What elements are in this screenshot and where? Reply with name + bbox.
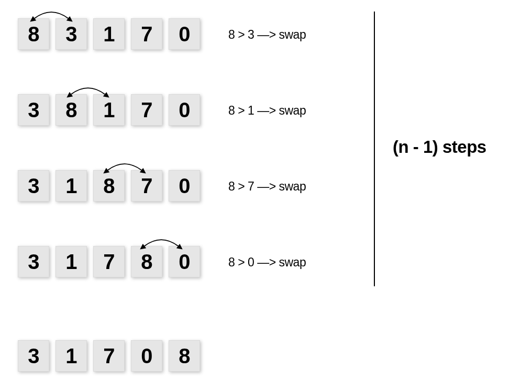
array-cell: 3 [18,340,49,372]
swap-arrow-icon [33,8,70,20]
array-cell: 8 [18,18,49,50]
array-cell: 1 [93,94,125,126]
array-cell: 8 [56,94,87,126]
array-cell: 7 [131,94,162,126]
swap-arrow-icon [143,236,180,248]
array-cell: 1 [56,340,87,372]
array-cell: 8 [131,246,162,277]
swap-annotation: 8 > 1 —> swap [228,104,306,118]
array-row: 31870 [18,170,200,201]
array-cell: 1 [56,246,87,277]
array-cell: 0 [169,94,200,126]
array-cell: 0 [169,18,200,50]
array-cell: 3 [56,18,87,50]
steps-bracket-line [374,12,375,286]
swap-arrow-icon [70,84,106,96]
swap-arrow-icon [106,160,143,172]
array-cell: 7 [131,170,162,201]
array-cell: 1 [93,18,125,50]
array-cell: 0 [169,246,200,277]
array-cell: 0 [169,170,200,201]
array-cell: 8 [169,340,200,372]
array-cell: 3 [18,246,49,277]
array-cell: 8 [93,170,125,201]
array-row: 31708 [18,340,200,372]
array-cell: 7 [131,18,162,50]
array-cell: 0 [131,340,162,372]
array-cell: 3 [18,94,49,126]
array-cell: 3 [18,170,49,201]
array-row: 31780 [18,246,200,277]
array-row: 83170 [18,18,200,50]
array-cell: 1 [56,170,87,201]
swap-annotation: 8 > 7 —> swap [228,180,306,194]
array-cell: 7 [93,246,125,277]
array-cell: 7 [93,340,125,372]
steps-label: (n - 1) steps [393,137,486,157]
swap-annotation: 8 > 0 —> swap [228,255,306,270]
swap-annotation: 8 > 3 —> swap [228,28,306,42]
array-row: 38170 [18,94,200,126]
